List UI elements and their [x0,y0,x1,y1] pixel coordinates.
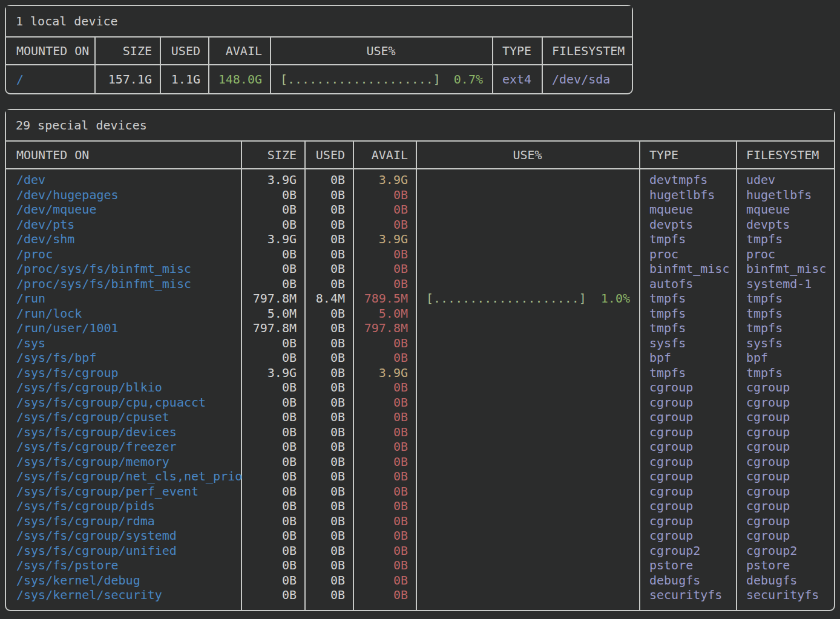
cell-mounted-on: /sys/kernel/debug [6,573,241,588]
cell-filesystem: cgroup [736,410,834,424]
cell-type: cgroup [639,469,736,483]
cell-size: 0B [241,469,304,483]
cell-type: tmpfs [639,306,736,321]
cell-filesystem: udev [736,172,834,187]
cell-type: pstore [639,558,736,572]
cell-avail: 0B [353,514,416,528]
cell-size: 0B [241,202,304,217]
cell-avail: 0B [353,439,416,454]
cell-type: autofs [639,277,736,291]
cell-mounted-on: /sys/fs/bpf [6,350,241,365]
cell-size: 0B [241,543,304,558]
table-header-row: MOUNTED ONSIZEUSEDAVAILUSE%TYPEFILESYSTE… [6,38,632,65]
terminal-output[interactable]: 1 local device MOUNTED ONSIZEUSEDAVAILUS… [0,0,840,619]
cell-used: 0B [304,188,353,202]
table-row: /dev/mqueue0B0B0Bmqueuemqueue [6,202,834,217]
cell-size: 0B [241,247,304,261]
cell-filesystem: pstore [736,558,834,572]
column-header-filesystem: FILESYSTEM [736,148,834,162]
local-devices-table: 1 local device MOUNTED ONSIZEUSEDAVAILUS… [5,5,633,94]
cell-type: cgroup [639,484,736,499]
table-row: /sys/kernel/debug0B0B0Bdebugfsdebugfs [6,573,834,588]
table-row: /sys/fs/cgroup/rdma0B0B0Bcgroupcgroup [6,514,834,529]
cell-avail: 0B [353,350,416,365]
cell-type: hugetlbfs [639,188,736,202]
cell-size: 0B [241,439,304,454]
cell-size: 0B [241,380,304,395]
cell-used: 0B [304,321,353,335]
cell-size: 0B [241,261,304,276]
cell-size: 0B [241,188,304,202]
table-row: /sys/fs/cgroup3.9G0B3.9Gtmpfstmpfs [6,365,834,381]
cell-filesystem: binfmt_misc [736,261,834,276]
cell-used: 0B [304,543,353,558]
table-title: 29 special devices [6,110,834,142]
cell-size: 5.0M [241,306,304,321]
cell-filesystem: tmpfs [736,291,834,306]
cell-used: 0B [304,261,353,276]
cell-filesystem: cgroup [736,454,834,469]
cell-filesystem: cgroup [736,425,834,439]
cell-type: tmpfs [639,232,736,246]
column-header-type: TYPE [492,44,542,58]
table-row: /sys/fs/cgroup/cpuset0B0B0Bcgroupcgroup [6,410,834,425]
cell-size: 0B [241,350,304,365]
cell-used: 8.4M [304,291,353,306]
table-row: /sys/fs/cgroup/memory0B0B0Bcgroupcgroup [6,454,834,470]
cell-filesystem: devpts [736,217,834,232]
table-row: /run797.8M8.4M789.5M[...................… [6,291,834,306]
cell-avail: 797.8M [353,321,416,335]
cell-avail: 0B [353,484,416,499]
cell-type: cgroup [639,528,736,543]
table-row: /run/user/1001797.8M0B797.8Mtmpfstmpfs [6,321,834,336]
special-devices-table: 29 special devices MOUNTED ONSIZEUSEDAVA… [5,109,835,611]
cell-size: 157.1G [94,72,160,87]
cell-used: 0B [304,588,353,602]
cell-filesystem: debugfs [736,573,834,588]
cell-filesystem: cgroup2 [736,543,834,558]
cell-avail: 3.9G [353,172,416,187]
cell-filesystem: hugetlbfs [736,188,834,202]
table-row: /sys/fs/cgroup/cpu,cpuacct0B0B0Bcgroupcg… [6,395,834,410]
table-row: /sys/kernel/security0B0B0Bsecurityfssecu… [6,588,834,603]
cell-use-percent: [....................]0.7% [270,72,492,87]
table-header-row: MOUNTED ONSIZEUSEDAVAILUSE%TYPEFILESYSTE… [6,142,834,169]
cell-type: cgroup [639,380,736,395]
cell-filesystem: tmpfs [736,306,834,321]
table-row: /sys/fs/pstore0B0B0Bpstorepstore [6,558,834,573]
cell-size: 0B [241,528,304,543]
usage-percent: 0.7% [454,72,483,87]
cell-filesystem: bpf [736,350,834,365]
column-header-size: SIZE [94,44,160,58]
cell-used: 0B [304,365,353,380]
table-row: /dev/pts0B0B0Bdevptsdevpts [6,217,834,232]
cell-mounted-on: /dev/hugepages [6,188,241,202]
table-row: /sys/fs/cgroup/net_cls,net_prio0B0B0Bcgr… [6,469,834,484]
usage-bar: [....................] [426,291,586,306]
column-header-mountedon: MOUNTED ON [6,148,241,162]
cell-filesystem: cgroup [736,439,834,454]
cell-used: 0B [304,202,353,217]
cell-size: 0B [241,410,304,424]
cell-size: 0B [241,573,304,588]
cell-mounted-on: /sys/fs/cgroup/systemd [6,528,241,543]
cell-used: 1.1G [160,72,208,87]
column-header-mountedon: MOUNTED ON [6,44,94,58]
cell-mounted-on: /run [6,291,241,306]
cell-mounted-on: /proc [6,247,241,261]
cell-used: 0B [304,306,353,321]
cell-filesystem: securityfs [736,588,834,602]
cell-mounted-on: /sys/fs/cgroup/blkio [6,380,241,395]
cell-size: 0B [241,425,304,439]
cell-used: 0B [304,454,353,469]
cell-mounted-on: /sys/fs/cgroup/freezer [6,439,241,454]
cell-mounted-on: /sys/fs/cgroup/memory [6,454,241,469]
cell-avail: 0B [353,395,416,410]
usage-percent: 1.0% [601,291,630,306]
cell-mounted-on: /sys/fs/cgroup/cpuset [6,410,241,424]
cell-filesystem: cgroup [736,395,834,410]
cell-used: 0B [304,425,353,439]
cell-mounted-on: /dev/pts [6,217,241,232]
cell-type: tmpfs [639,321,736,335]
cell-filesystem: proc [736,247,834,261]
